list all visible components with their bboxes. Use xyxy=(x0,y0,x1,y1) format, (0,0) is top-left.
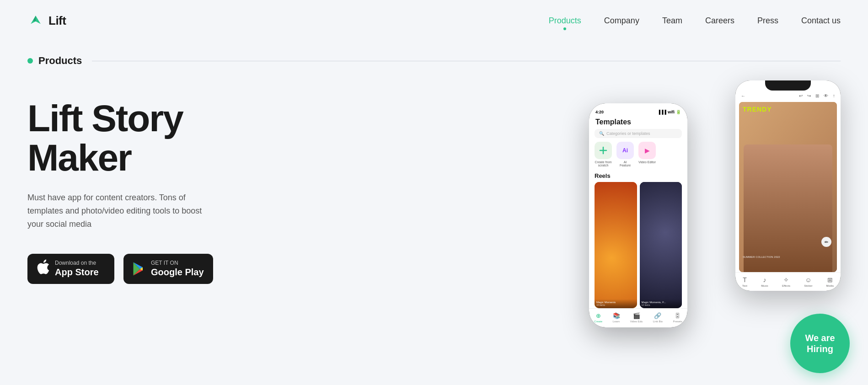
category-icon-ai: Ai xyxy=(616,142,634,159)
presets-nav-icon: 🎛 xyxy=(675,312,680,319)
phone-back-notch xyxy=(765,80,811,91)
brand-name: Lift xyxy=(48,14,66,28)
section-divider xyxy=(92,61,841,61)
reel-1-info: Magic Moments 10 items xyxy=(595,299,637,308)
undo-icon[interactable]: ↩ xyxy=(799,93,803,98)
section-title: Products xyxy=(38,55,82,67)
reel-item-2[interactable]: Magic Moments, F... 12 items xyxy=(640,182,682,308)
nav-create[interactable]: ⊕ Create xyxy=(594,312,602,323)
nav-link-team[interactable]: Team xyxy=(662,16,682,25)
googleplay-text: GET IT ON Google Play xyxy=(151,260,204,277)
search-icon: 🔍 xyxy=(599,131,604,136)
phone-time: 4:20 xyxy=(595,110,604,114)
phones-container: ← ↩ ↪ ⊞ 👁 ↑ TRENDY xyxy=(589,67,841,359)
editor-toolbar: T Text ♪ Music ✧ Effects ☺ Sticker xyxy=(735,272,841,291)
category-icon-scratch xyxy=(595,142,612,159)
signal-icon: ▐▐▐ xyxy=(658,110,666,114)
layers-icon[interactable]: ⊞ xyxy=(815,93,819,98)
reel-item-1[interactable]: Magic Moments 10 items xyxy=(595,182,637,308)
templates-search[interactable]: 🔍 Categories or templates xyxy=(595,129,682,138)
learn-nav-label: Learn xyxy=(613,320,620,323)
phone-templates-mockup: 4:20 ▐▐▐ wifi 🔋 Templates 🔍 Categories o… xyxy=(589,103,687,327)
section-dot-indicator xyxy=(27,58,33,64)
template-categories: Create fromscratch Ai AIFeature ▶ Video … xyxy=(589,142,687,171)
nav-item-products[interactable]: Products xyxy=(549,16,581,26)
nav-link-press[interactable]: Press xyxy=(757,16,778,25)
back-icon[interactable]: ← xyxy=(741,93,745,98)
googleplay-icon xyxy=(133,262,145,276)
nav-link-company[interactable]: Company xyxy=(604,16,639,25)
phone-front-bottombar: ⊕ Create 📚 Learn 🎬 Video Edu 🔗 Link Bio xyxy=(589,308,687,327)
category-label-scratch: Create fromscratch xyxy=(595,160,612,167)
editor-tool-sticker[interactable]: ☺ Sticker xyxy=(804,276,812,287)
nav-item-company[interactable]: Company xyxy=(604,16,639,26)
category-ai[interactable]: Ai AIFeature xyxy=(616,142,634,167)
hiring-badge[interactable]: We are Hiring xyxy=(790,314,850,373)
templates-title: Templates xyxy=(589,116,687,129)
reel-1-count: 10 items xyxy=(596,304,635,306)
logo[interactable]: Lift xyxy=(27,12,66,29)
battery-icon: 🔋 xyxy=(676,110,681,114)
nav-link-contact[interactable]: Contact us xyxy=(801,16,841,25)
video-edu-nav-icon: 🎬 xyxy=(633,312,640,319)
create-nav-label: Create xyxy=(594,320,602,323)
download-buttons: Download on the App Store GET IT ON Go xyxy=(27,254,293,284)
reel-2-info: Magic Moments, F... 12 items xyxy=(640,299,682,308)
navbar: Lift Products Company Team Careers Press… xyxy=(0,0,868,41)
appstore-button[interactable]: Download on the App Store xyxy=(27,254,114,284)
phone-editor-mockup: ← ↩ ↪ ⊞ 👁 ↑ TRENDY xyxy=(735,80,841,291)
nav-item-team[interactable]: Team xyxy=(662,16,682,26)
googleplay-button[interactable]: GET IT ON Google Play xyxy=(123,254,213,284)
learn-nav-icon: 📚 xyxy=(613,312,620,319)
nav-link-products[interactable]: Products xyxy=(549,16,581,25)
phone-back-screen: ← ↩ ↪ ⊞ 👁 ↑ TRENDY xyxy=(735,80,841,291)
eye-icon[interactable]: 👁 xyxy=(824,93,828,98)
hero-title-line1: Lift Story xyxy=(27,97,183,139)
hero-title: Lift Story Maker xyxy=(27,99,293,177)
editor-canvas: TRENDY SUMMER COLLECTION 2022 ✏ xyxy=(739,102,837,272)
nav-item-contact[interactable]: Contact us xyxy=(801,16,841,26)
nav-item-careers[interactable]: Careers xyxy=(705,16,734,26)
googleplay-small-text: GET IT ON xyxy=(151,260,204,266)
nav-link-careers[interactable]: Careers xyxy=(705,16,734,25)
category-video[interactable]: ▶ Video Editor xyxy=(638,142,656,167)
nav-item-press[interactable]: Press xyxy=(757,16,778,26)
status-icons: ▐▐▐ wifi 🔋 xyxy=(658,110,681,114)
hiring-text: We are Hiring xyxy=(805,332,835,354)
edit-pencil-button[interactable]: ✏ xyxy=(821,237,831,247)
appstore-text: Download on the App Store xyxy=(55,260,99,277)
main-content: Lift Story Maker Must have app for conte… xyxy=(0,67,868,350)
category-label-video: Video Editor xyxy=(638,160,656,164)
link-bio-nav-label: Link Bio xyxy=(653,320,663,323)
nav-active-indicator xyxy=(563,27,566,30)
category-label-ai: AIFeature xyxy=(620,160,631,167)
section-header: Products xyxy=(0,41,868,67)
category-create-scratch[interactable]: Create fromscratch xyxy=(595,142,612,167)
nav-link-bio[interactable]: 🔗 Link Bio xyxy=(653,312,663,323)
editor-tool-music[interactable]: ♪ Music xyxy=(761,276,768,287)
editor-tool-text[interactable]: T Text xyxy=(742,276,747,287)
hero-title-line2: Maker xyxy=(27,137,131,178)
category-icon-video: ▶ xyxy=(638,142,656,159)
nav-learn[interactable]: 📚 Learn xyxy=(613,312,620,323)
phone-front-screen: 4:20 ▐▐▐ wifi 🔋 Templates 🔍 Categories o… xyxy=(589,103,687,327)
hiring-line1: We are xyxy=(805,332,835,343)
reels-title: Reels xyxy=(589,171,687,182)
editor-tool-media[interactable]: ⊞ Media xyxy=(826,276,834,287)
video-edu-nav-label: Video Edu xyxy=(630,320,643,323)
hero-left: Lift Story Maker Must have app for conte… xyxy=(27,85,293,284)
editor-overlay-trendy: TRENDY xyxy=(743,106,772,113)
apple-icon xyxy=(37,259,49,278)
hiring-line2: Hiring xyxy=(805,343,835,354)
hero-description: Must have app for content creators. Tons… xyxy=(27,191,220,230)
share-icon[interactable]: ↑ xyxy=(833,93,835,98)
nav-links: Products Company Team Careers Press Cont… xyxy=(549,16,841,26)
lift-logo-icon xyxy=(27,12,44,29)
reel-2-count: 12 items xyxy=(642,304,680,306)
nav-presets[interactable]: 🎛 Presets xyxy=(673,312,682,323)
editor-tool-effects[interactable]: ✧ Effects xyxy=(782,276,790,287)
search-placeholder: Categories or templates xyxy=(606,131,650,136)
redo-icon[interactable]: ↪ xyxy=(807,93,811,98)
nav-video-edu[interactable]: 🎬 Video Edu xyxy=(630,312,643,323)
wifi-icon: wifi xyxy=(668,110,675,114)
